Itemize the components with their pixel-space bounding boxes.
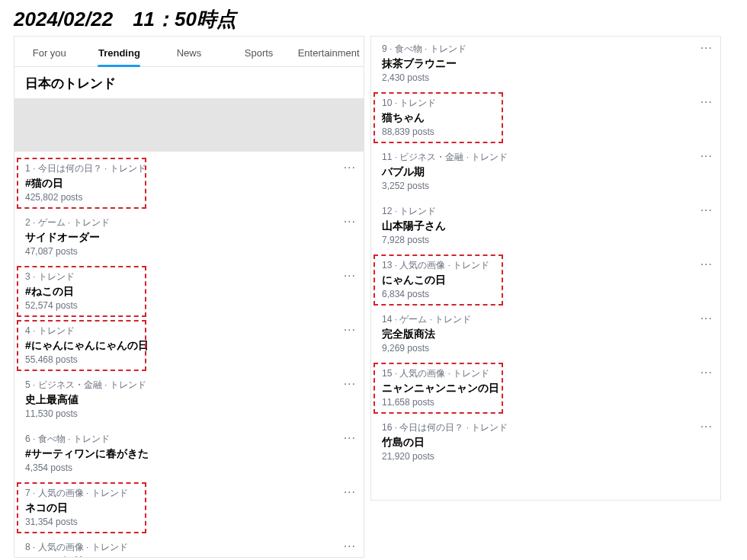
left-column: For you Trending News Sports Entertainme… (14, 36, 364, 558)
trend-meta: 7 · 人気の画像 · トレンド (25, 487, 353, 500)
more-icon[interactable]: ··· (701, 203, 713, 217)
tab-news[interactable]: News (154, 37, 224, 66)
trend-meta: 16 · 今日は何の日？ · トレンド (382, 421, 710, 434)
trend-posts: 88,839 posts (382, 126, 710, 137)
tabs: For you Trending News Sports Entertainme… (14, 37, 364, 67)
trend-item[interactable]: 8 · 人気の画像 · トレンド#みこち鯛焼き··· (14, 535, 364, 558)
trend-posts: 2,430 posts (382, 72, 710, 83)
trend-meta: 13 · 人気の画像 · トレンド (382, 259, 710, 272)
page-title: 2024/02/22 11：50時点 (0, 0, 747, 36)
trend-meta: 4 · トレンド (25, 325, 353, 338)
trend-meta: 12 · トレンド (382, 205, 710, 218)
more-icon[interactable]: ··· (701, 149, 713, 163)
more-icon[interactable]: ··· (344, 485, 356, 499)
trend-item[interactable]: 11 · ビジネス・金融 · トレンドバブル期3,252 posts··· (371, 145, 720, 199)
columns: For you Trending News Sports Entertainme… (0, 36, 747, 558)
section-header: 日本のトレンド (14, 67, 364, 98)
trend-posts: 21,920 posts (382, 451, 710, 462)
more-icon[interactable]: ··· (344, 431, 356, 445)
trend-name: 竹島の日 (382, 436, 710, 450)
trend-name: にゃんこの日 (382, 274, 710, 287)
more-icon[interactable]: ··· (701, 420, 713, 434)
trend-posts: 11,658 posts (382, 397, 710, 408)
more-icon[interactable]: ··· (701, 312, 713, 325)
trend-name: バブル期 (382, 165, 710, 179)
trend-meta: 5 · ビジネス・金融 · トレンド (25, 379, 353, 392)
more-icon[interactable]: ··· (701, 258, 713, 271)
trend-item[interactable]: 6 · 食べ物 · トレンド#サーティワンに春がきた4,354 posts··· (14, 427, 364, 481)
trend-posts: 47,087 posts (25, 246, 353, 257)
trend-item[interactable]: 12 · トレンド山本陽子さん7,928 posts··· (371, 199, 720, 253)
trend-meta: 3 · トレンド (25, 270, 353, 283)
trend-meta: 15 · 人気の画像 · トレンド (382, 367, 710, 380)
more-icon[interactable]: ··· (344, 269, 356, 283)
trend-item[interactable]: 15 · 人気の画像 · トレンドニャンニャンニャンの日11,658 posts… (371, 361, 720, 415)
more-icon[interactable]: ··· (344, 161, 356, 174)
trend-name: #にゃんにゃんにゃんの日 (25, 339, 353, 353)
trend-name: ニャンニャンニャンの日 (382, 382, 710, 395)
more-icon[interactable]: ··· (701, 366, 713, 379)
right-column: 9 · 食べ物 · トレンド抹茶ブラウニー2,430 posts···10 · … (370, 36, 721, 501)
trend-item[interactable]: 7 · 人気の画像 · トレンドネコの日31,354 posts··· (14, 481, 364, 535)
trend-item[interactable]: 9 · 食べ物 · トレンド抹茶ブラウニー2,430 posts··· (371, 37, 720, 91)
more-icon[interactable]: ··· (701, 95, 713, 109)
trend-name: 猫ちゃん (382, 111, 710, 125)
tab-sports[interactable]: Sports (224, 37, 294, 66)
trend-item[interactable]: 1 · 今日は何の日？ · トレンド#猫の日425,802 posts··· (14, 156, 364, 210)
trend-posts: 52,574 posts (25, 300, 353, 311)
more-icon[interactable]: ··· (344, 377, 356, 391)
trend-name: #ねこの日 (25, 285, 353, 299)
tab-trending[interactable]: Trending (85, 37, 155, 66)
trend-meta: 11 · ビジネス・金融 · トレンド (382, 151, 710, 164)
trend-posts: 9,269 posts (382, 343, 710, 354)
trend-list-left: 1 · 今日は何の日？ · トレンド#猫の日425,802 posts···2 … (14, 156, 364, 558)
trend-name: サイドオーダー (25, 231, 353, 245)
trend-name: #猫の日 (25, 177, 353, 190)
placeholder-banner (14, 98, 364, 152)
trend-name: 抹茶ブラウニー (382, 57, 710, 71)
trend-posts: 55,468 posts (25, 354, 353, 365)
tab-entertainment[interactable]: Entertainment (293, 37, 364, 66)
trend-posts: 4,354 posts (25, 462, 353, 473)
more-icon[interactable]: ··· (701, 41, 713, 55)
trend-posts: 3,252 posts (382, 181, 710, 191)
trend-item[interactable]: 4 · トレンド#にゃんにゃんにゃんの日55,468 posts··· (14, 318, 364, 373)
trend-item[interactable]: 13 · 人気の画像 · トレンドにゃんこの日6,834 posts··· (371, 253, 720, 307)
trend-posts: 11,530 posts (25, 408, 353, 419)
trend-meta: 6 · 食べ物 · トレンド (25, 433, 353, 446)
trend-meta: 9 · 食べ物 · トレンド (382, 43, 710, 56)
trend-meta: 8 · 人気の画像 · トレンド (25, 541, 353, 554)
trend-meta: 2 · ゲーム · トレンド (25, 216, 353, 229)
trend-name: #サーティワンに春がきた (25, 447, 353, 461)
trend-name: 山本陽子さん (382, 219, 710, 233)
more-icon[interactable]: ··· (344, 539, 356, 553)
trend-list-right: 9 · 食べ物 · トレンド抹茶ブラウニー2,430 posts···10 · … (371, 37, 720, 469)
trend-posts: 31,354 posts (25, 517, 353, 527)
trend-name: 完全版商法 (382, 328, 710, 341)
trend-item[interactable]: 5 · ビジネス・金融 · トレンド史上最高値11,530 posts··· (14, 373, 364, 427)
tab-for-you[interactable]: For you (14, 37, 85, 66)
trend-item[interactable]: 14 · ゲーム · トレンド完全版商法9,269 posts··· (371, 307, 720, 361)
more-icon[interactable]: ··· (344, 323, 356, 337)
trend-meta: 10 · トレンド (382, 97, 710, 110)
trend-item[interactable]: 3 · トレンド#ねこの日52,574 posts··· (14, 264, 364, 318)
trend-posts: 425,802 posts (25, 192, 353, 203)
trend-meta: 1 · 今日は何の日？ · トレンド (25, 162, 353, 175)
trend-item[interactable]: 2 · ゲーム · トレンドサイドオーダー47,087 posts··· (14, 210, 364, 264)
trend-name: ネコの日 (25, 501, 353, 515)
trend-meta: 14 · ゲーム · トレンド (382, 313, 710, 326)
trend-posts: 7,928 posts (382, 235, 710, 245)
trend-posts: 6,834 posts (382, 289, 710, 299)
trend-name: #みこち鯛焼き (25, 555, 353, 558)
trend-item[interactable]: 10 · トレンド猫ちゃん88,839 posts··· (371, 91, 720, 145)
trend-item[interactable]: 16 · 今日は何の日？ · トレンド竹島の日21,920 posts··· (371, 415, 720, 469)
more-icon[interactable]: ··· (344, 215, 356, 229)
trend-name: 史上最高値 (25, 393, 353, 407)
